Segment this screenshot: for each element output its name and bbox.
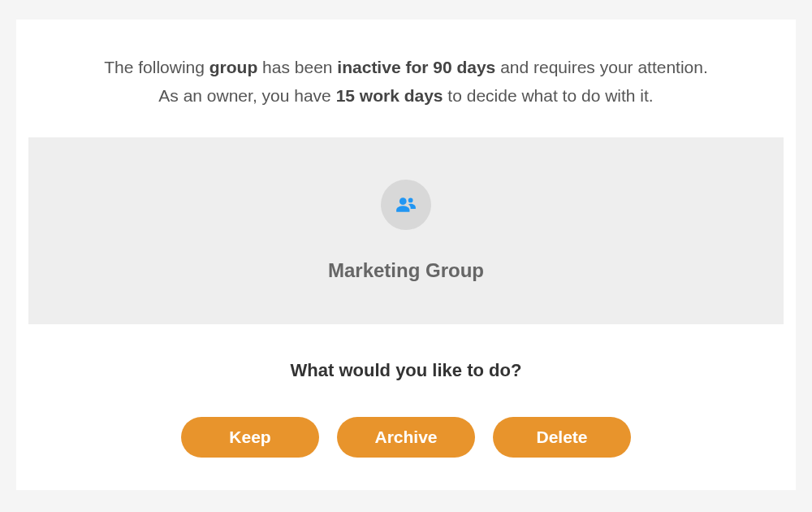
group-icon-container	[381, 180, 431, 230]
delete-button[interactable]: Delete	[493, 417, 631, 458]
action-prompt: What would you like to do?	[291, 360, 522, 381]
notification-message: The following group has been inactive fo…	[71, 54, 741, 110]
message-text: and requires your attention.	[495, 58, 708, 76]
archive-button[interactable]: Archive	[337, 417, 475, 458]
message-text: to decide what to do with it.	[443, 86, 654, 105]
inactivity-notification-card: The following group has been inactive fo…	[16, 20, 796, 490]
message-bold-group: group	[209, 58, 257, 76]
message-text: The following	[104, 58, 209, 76]
svg-point-0	[400, 198, 407, 206]
group-name-label: Marketing Group	[328, 259, 484, 282]
svg-point-1	[408, 198, 413, 203]
group-people-icon	[394, 193, 418, 217]
message-text: As an owner, you have	[158, 86, 335, 105]
message-bold-deadline: 15 work days	[336, 86, 443, 105]
message-bold-inactive: inactive for 90 days	[337, 58, 495, 76]
message-text: has been	[257, 58, 337, 76]
action-button-row: Keep Archive Delete	[181, 417, 631, 458]
group-info-panel: Marketing Group	[28, 137, 784, 324]
keep-button[interactable]: Keep	[181, 417, 319, 458]
